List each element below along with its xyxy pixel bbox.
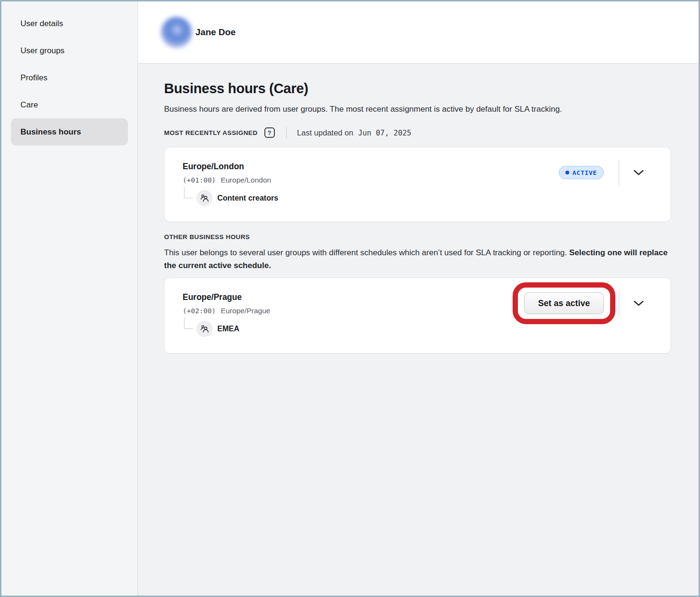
- sidebar-item-user-details[interactable]: User details: [11, 10, 128, 37]
- sidebar-item-business-hours[interactable]: Business hours: [11, 118, 128, 145]
- help-icon[interactable]: ?: [264, 127, 275, 138]
- status-badge: ACTIVE: [559, 166, 604, 179]
- settings-sidebar: User details User groups Profiles Care B…: [1, 1, 138, 596]
- group-row: Content creators: [183, 190, 671, 206]
- sidebar-item-profiles[interactable]: Profiles: [11, 64, 128, 91]
- group-name: Content creators: [217, 194, 278, 202]
- sidebar-item-label: Profiles: [20, 73, 48, 83]
- last-updated-label: Last updated on: [297, 128, 353, 137]
- app-window: User details User groups Profiles Care B…: [0, 0, 700, 597]
- user-group-icon: [196, 190, 213, 206]
- other-hours-row: OTHER BUSINESS HOURS: [164, 233, 699, 241]
- last-updated-date: Jun 07, 2025: [358, 129, 411, 137]
- user-header: Jane Doe: [138, 1, 699, 64]
- other-hours-description-regular: This user belongs to several user groups…: [164, 248, 569, 257]
- chevron-down-icon: [633, 170, 644, 175]
- card-controls: ACTIVE: [559, 160, 671, 185]
- other-schedule-card: Europe/Prague (+02:00) Europe/Prague: [164, 278, 671, 354]
- status-badge-label: ACTIVE: [573, 169, 597, 176]
- sidebar-item-label: User groups: [20, 46, 65, 56]
- sidebar-item-care[interactable]: Care: [11, 91, 128, 118]
- avatar: [161, 17, 192, 48]
- controls-divider: [619, 160, 620, 185]
- sidebar-item-label: User details: [20, 19, 63, 29]
- tree-connector: [184, 318, 193, 329]
- active-schedule-card: Europe/London (+01:00) Europe/London: [164, 147, 671, 222]
- meta-divider: [286, 127, 287, 138]
- expand-schedule-button[interactable]: [632, 168, 646, 177]
- main-panel: Jane Doe Business hours (Care) Business …: [138, 1, 699, 596]
- controls-divider: [619, 290, 620, 316]
- page-content: Business hours (Care) Business hours are…: [138, 64, 699, 354]
- card-controls: Set as active: [524, 290, 671, 316]
- group-name: EMEA: [217, 325, 239, 333]
- recently-assigned-label: MOST RECENTLY ASSIGNED: [164, 129, 258, 136]
- tree-connector: [184, 187, 193, 198]
- timezone-region: Europe/London: [221, 176, 271, 184]
- expand-schedule-button[interactable]: [632, 298, 646, 308]
- other-hours-label: OTHER BUSINESS HOURS: [164, 233, 250, 241]
- user-name: Jane Doe: [195, 27, 235, 38]
- last-updated: Last updated on Jun 07, 2025: [297, 128, 411, 137]
- sidebar-item-label: Care: [20, 100, 38, 110]
- recently-assigned-row: MOST RECENTLY ASSIGNED ? Last updated on…: [164, 127, 699, 138]
- timezone-offset: (+02:00): [183, 307, 216, 315]
- set-active-wrap: Set as active: [524, 292, 603, 314]
- status-dot-icon: [565, 171, 569, 174]
- chevron-down-icon: [633, 300, 644, 306]
- set-as-active-button[interactable]: Set as active: [524, 292, 603, 314]
- group-row: EMEA: [183, 321, 671, 337]
- timezone-offset: (+01:00): [183, 176, 216, 184]
- sidebar-item-user-groups[interactable]: User groups: [11, 37, 128, 64]
- user-group-icon: [196, 321, 213, 337]
- page-description: Business hours are derived from user gro…: [164, 103, 640, 116]
- sidebar-item-label: Business hours: [20, 127, 81, 137]
- page-title: Business hours (Care): [164, 81, 699, 96]
- other-hours-description: This user belongs to several user groups…: [164, 247, 668, 272]
- timezone-region: Europe/Prague: [221, 307, 270, 315]
